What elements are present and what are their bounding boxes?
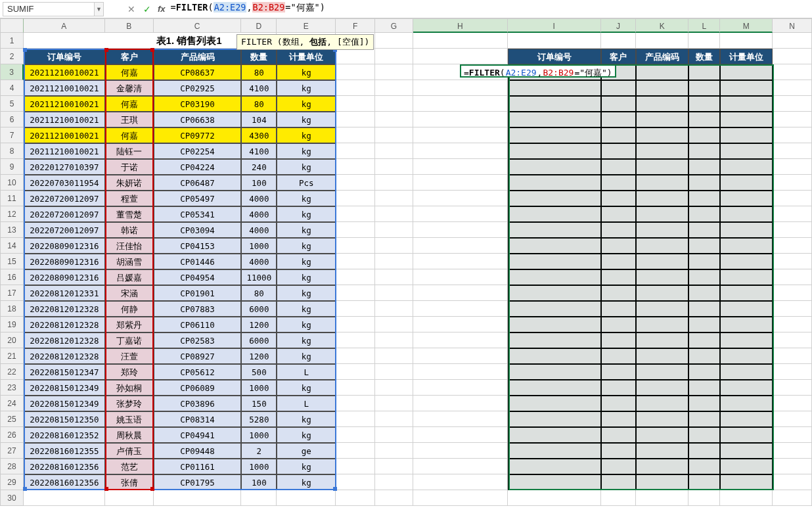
cell[interactable]: kg <box>277 285 336 301</box>
cell[interactable] <box>720 332 773 348</box>
cell[interactable] <box>773 332 812 348</box>
cell[interactable] <box>773 490 812 506</box>
cell[interactable] <box>601 459 637 474</box>
cell[interactable]: 20220720012097 <box>24 206 105 222</box>
cell[interactable] <box>375 191 413 206</box>
cell[interactable] <box>413 474 508 490</box>
cell[interactable] <box>688 459 720 474</box>
cell[interactable]: CP03896 <box>154 396 242 411</box>
cell[interactable] <box>636 191 688 206</box>
cell[interactable]: 汪佳怡 <box>105 238 154 254</box>
cell[interactable]: 20211210010021 <box>24 96 105 112</box>
cell[interactable]: 20220812012331 <box>24 285 105 301</box>
cell[interactable]: 20220816012356 <box>24 474 105 490</box>
cell[interactable] <box>688 301 720 317</box>
active-cell-editor[interactable]: =FILTER(A2:E29,B2:B29="何嘉") <box>460 64 616 78</box>
row-header[interactable]: 25 <box>0 411 24 427</box>
cell[interactable] <box>508 332 601 348</box>
cell[interactable]: kg <box>277 80 336 96</box>
cell[interactable]: 产品编码 <box>636 49 688 64</box>
cell[interactable] <box>636 411 688 427</box>
cell[interactable] <box>773 33 812 49</box>
cell[interactable]: kg <box>277 159 336 175</box>
cell[interactable] <box>375 443 413 459</box>
row-header[interactable]: 24 <box>0 396 24 411</box>
cell[interactable] <box>508 301 601 317</box>
cell[interactable] <box>375 238 413 254</box>
cell[interactable]: 1200 <box>241 348 277 364</box>
cell[interactable] <box>508 474 601 490</box>
cell[interactable]: CP01901 <box>154 285 242 301</box>
cell[interactable] <box>336 96 375 112</box>
cell[interactable] <box>773 317 812 332</box>
cell[interactable]: CP06089 <box>154 380 242 396</box>
cell[interactable] <box>601 254 637 269</box>
cell[interactable] <box>508 80 601 96</box>
cell[interactable] <box>413 80 508 96</box>
cell[interactable] <box>601 427 637 443</box>
cell[interactable]: kg <box>277 332 336 348</box>
cell[interactable] <box>720 427 773 443</box>
cell[interactable] <box>720 411 773 427</box>
cell[interactable] <box>636 159 688 175</box>
cell[interactable]: 20220812012328 <box>24 317 105 332</box>
cell[interactable] <box>688 206 720 222</box>
cell[interactable] <box>601 380 637 396</box>
cell[interactable]: kg <box>277 317 336 332</box>
row-header[interactable]: 27 <box>0 443 24 459</box>
cell[interactable] <box>508 285 601 301</box>
cell[interactable] <box>773 96 812 112</box>
cell[interactable] <box>688 33 720 49</box>
cell[interactable] <box>375 285 413 301</box>
cell[interactable] <box>413 33 508 49</box>
cell[interactable] <box>336 206 375 222</box>
cell[interactable] <box>413 380 508 396</box>
cell[interactable] <box>508 191 601 206</box>
cell[interactable]: CP03190 <box>154 96 242 112</box>
cell[interactable] <box>413 364 508 380</box>
cell[interactable] <box>773 143 812 159</box>
cell[interactable]: 20220816012355 <box>24 443 105 459</box>
cell[interactable] <box>413 49 508 64</box>
cell[interactable]: 80 <box>241 285 277 301</box>
cell[interactable]: 订单编号 <box>508 49 601 64</box>
cell[interactable]: CP08927 <box>154 348 242 364</box>
cell[interactable] <box>375 427 413 443</box>
cell[interactable]: CP02583 <box>154 332 242 348</box>
row-header[interactable]: 26 <box>0 427 24 443</box>
cell[interactable]: 客户 <box>105 49 154 64</box>
cell[interactable] <box>688 411 720 427</box>
cell[interactable]: 20211210010021 <box>24 80 105 96</box>
cell[interactable] <box>720 175 773 191</box>
select-all-corner[interactable] <box>0 18 24 33</box>
cell[interactable] <box>720 191 773 206</box>
col-header[interactable]: J <box>601 18 637 33</box>
row-header[interactable]: 3 <box>0 64 24 80</box>
cell[interactable]: 丁嘉诺 <box>105 332 154 348</box>
cell[interactable]: kg <box>277 254 336 269</box>
cell[interactable]: kg <box>277 191 336 206</box>
fx-icon[interactable]: fx <box>158 4 166 14</box>
row-header[interactable]: 6 <box>0 112 24 127</box>
cell[interactable] <box>413 222 508 238</box>
cell[interactable] <box>336 301 375 317</box>
row-header[interactable]: 13 <box>0 222 24 238</box>
cell[interactable] <box>773 301 812 317</box>
cell[interactable] <box>375 175 413 191</box>
row-header[interactable]: 20 <box>0 332 24 348</box>
cell[interactable] <box>688 127 720 143</box>
cell[interactable] <box>601 443 637 459</box>
cell[interactable] <box>375 269 413 285</box>
cell[interactable] <box>375 49 413 64</box>
cell[interactable]: CP04153 <box>154 238 242 254</box>
cell[interactable] <box>336 238 375 254</box>
row-header[interactable]: 19 <box>0 317 24 332</box>
cell[interactable] <box>720 143 773 159</box>
cell[interactable]: CP04224 <box>154 159 242 175</box>
cell[interactable] <box>413 348 508 364</box>
cell[interactable] <box>636 364 688 380</box>
cell[interactable] <box>508 396 601 411</box>
cell[interactable]: 20220809012316 <box>24 254 105 269</box>
cell[interactable] <box>508 443 601 459</box>
cell[interactable]: 汪萱 <box>105 348 154 364</box>
